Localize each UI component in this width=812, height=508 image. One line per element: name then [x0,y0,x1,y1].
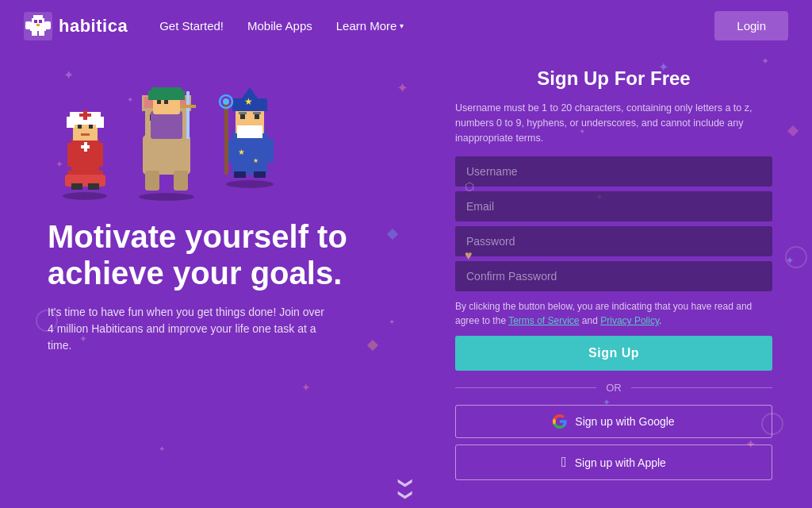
svg-point-51 [139,193,194,201]
logo-icon [24,12,52,40]
nav-get-started[interactable]: Get Started! [159,19,224,33]
svg-rect-61 [239,112,247,114]
svg-rect-50 [180,105,196,108]
svg-point-71 [226,180,274,188]
or-line-left [455,387,596,388]
svg-rect-58 [237,125,262,138]
svg-rect-5 [39,31,44,36]
apple-icon:  [561,454,567,471]
google-icon [553,414,567,429]
chevron-down-icon: ▾ [400,21,404,30]
svg-rect-62 [253,112,261,114]
svg-rect-9 [25,21,32,29]
confirm-password-field-wrapper [455,261,772,291]
login-button[interactable]: Login [714,11,788,40]
nav-mobile-apps[interactable]: Mobile Apps [247,19,312,33]
svg-text:★: ★ [238,148,245,156]
svg-rect-12 [67,143,75,167]
svg-rect-7 [39,20,42,23]
email-field-wrapper [455,191,772,221]
svg-rect-40 [145,171,159,190]
svg-rect-54 [264,139,274,163]
google-signup-button[interactable]: Sign up with Google [455,405,772,438]
password-input[interactable] [455,226,772,256]
apple-signup-button[interactable]:  Sign up with Apple [455,444,772,480]
svg-rect-48 [164,100,168,104]
signup-button[interactable]: Sign Up [455,336,772,371]
signup-hint: Username must be 1 to 20 characters, con… [455,101,772,145]
confirm-password-input[interactable] [455,261,772,291]
nav-links: Get Started! Mobile Apps Learn More ▾ [159,19,714,33]
hero-text: Motivate yourself to achieve your goals.… [48,218,439,354]
or-divider: OR [455,382,772,394]
svg-rect-69 [234,171,246,178]
svg-rect-59 [240,114,245,119]
email-input[interactable] [455,191,772,221]
hero-subtitle: It's time to have fun when you get thing… [48,304,333,354]
password-field-wrapper: ♥ [455,226,772,256]
svg-rect-23 [83,110,87,120]
healer-character [56,107,115,202]
svg-rect-66 [224,103,228,175]
svg-rect-49 [186,91,190,139]
svg-rect-8 [36,24,40,26]
svg-rect-10 [44,21,51,29]
svg-rect-15 [84,142,87,152]
svg-rect-45 [151,87,182,95]
svg-point-68 [223,98,229,105]
left-side: ★ ★ ★ [40,52,439,508]
signup-panel: Sign Up For Free Username must be 1 to 2… [439,52,772,508]
svg-rect-60 [255,114,259,119]
scroll-indicator[interactable]: ❯❯ [399,477,413,501]
nav-learn-more[interactable]: Learn More ▾ [336,19,404,33]
svg-text:★: ★ [244,96,253,107]
svg-rect-24 [78,125,82,129]
signup-title: Sign Up For Free [455,67,772,90]
svg-rect-27 [71,183,82,190]
svg-rect-13 [95,143,103,167]
svg-rect-17 [65,175,105,187]
wizard-character: ★ ★ ★ [218,87,282,202]
terms-of-service-link[interactable]: Terms of Service [508,315,579,326]
characters-area: ★ ★ ★ [56,67,439,202]
svg-rect-26 [81,133,90,136]
brand-name: habitica [59,16,128,37]
svg-rect-4 [32,31,37,36]
username-input[interactable] [455,156,772,187]
svg-rect-41 [174,171,188,190]
hero-title: Motivate yourself to achieve your goals. [48,218,349,291]
svg-rect-70 [254,171,266,178]
svg-rect-20 [67,117,75,128]
navbar: habitica Get Started! Mobile Apps Learn … [0,0,812,52]
username-field-wrapper: ⬡ [455,156,772,187]
svg-rect-21 [96,117,104,128]
svg-rect-30 [143,135,190,175]
svg-rect-6 [34,20,37,23]
or-text: OR [606,382,622,394]
main-content: ★ ★ ★ [0,52,812,508]
svg-rect-28 [88,183,99,190]
svg-rect-25 [89,125,93,129]
svg-rect-47 [157,100,161,104]
svg-text:★: ★ [253,157,259,164]
svg-point-29 [63,192,107,200]
svg-rect-42 [151,111,182,139]
wolf-character [123,87,210,202]
privacy-policy-link[interactable]: Privacy Policy [600,315,659,326]
terms-text: By clicking the button below, you are in… [455,299,772,328]
logo-area[interactable]: habitica [24,12,128,40]
or-line-right [631,387,772,388]
